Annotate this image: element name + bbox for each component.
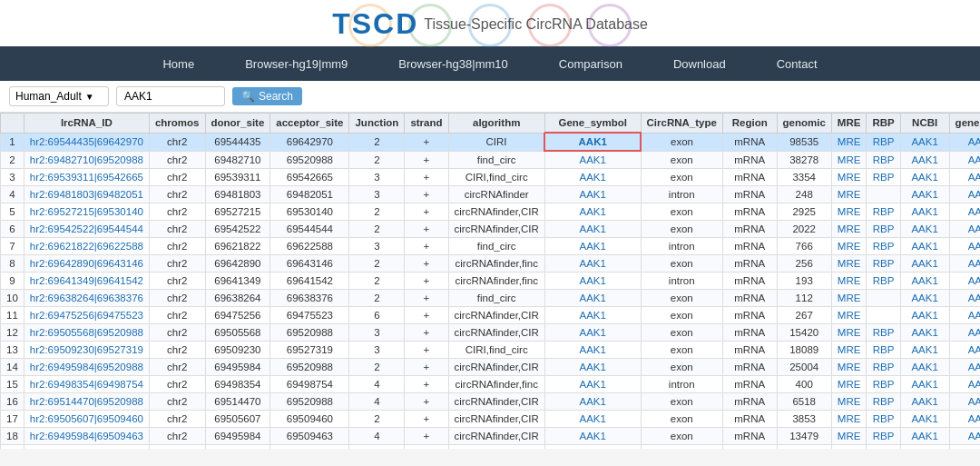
cell-rbp[interactable]: RBP <box>867 428 900 445</box>
cell-ncbi[interactable]: AAK1 <box>900 169 949 186</box>
cell-ncbi[interactable]: AAK1 <box>900 428 949 445</box>
cell-gene_symbol[interactable]: AAK1 <box>544 376 641 393</box>
cell-lrcrna_id[interactable]: hr2:69458068|69459526 <box>24 445 149 450</box>
cell-gene_symbol[interactable]: AAK1 <box>544 393 641 411</box>
cell-lrcrna_id[interactable]: hr2:69621822|69622588 <box>24 238 149 255</box>
cell-mre[interactable]: MRE <box>831 324 867 342</box>
cell-genecards[interactable]: AAK1 <box>949 290 980 307</box>
cell-mre[interactable]: MRE <box>831 169 867 186</box>
nav-browser-hg38[interactable]: Browser-hg38|mm10 <box>373 46 533 81</box>
cell-lrcrna_id[interactable]: hr2:69505607|69509460 <box>24 411 149 428</box>
cell-rbp[interactable]: RBP <box>867 445 900 450</box>
cell-gene_symbol[interactable]: AAK1 <box>544 428 641 445</box>
cell-lrcrna_id[interactable]: hr2:69495984|69509463 <box>24 428 149 445</box>
cell-lrcrna_id[interactable]: hr2:69642890|69643146 <box>24 255 149 273</box>
cell-mre[interactable]: MRE <box>831 273 867 290</box>
cell-ncbi[interactable]: AAK1 <box>900 203 949 221</box>
cell-genecards[interactable]: AAK1 <box>949 445 980 450</box>
cell-lrcrna_id[interactable]: hr2:69638264|69638376 <box>24 290 149 307</box>
cell-genecards[interactable]: AAK1 <box>949 393 980 411</box>
cell-lrcrna_id[interactable]: hr2:69527215|69530140 <box>24 203 149 221</box>
cell-mre[interactable]: MRE <box>831 359 867 376</box>
cell-gene_symbol[interactable]: AAK1 <box>544 221 641 238</box>
cell-lrcrna_id[interactable]: hr2:69475256|69475523 <box>24 307 149 324</box>
nav-comparison[interactable]: Comparison <box>534 46 648 81</box>
cell-mre[interactable]: MRE <box>831 411 867 428</box>
cell-ncbi[interactable]: AAK1 <box>900 151 949 169</box>
cell-rbp[interactable]: RBP <box>867 133 900 151</box>
cell-lrcrna_id[interactable]: hr2:69641349|69641542 <box>24 273 149 290</box>
cell-mre[interactable]: MRE <box>831 428 867 445</box>
cell-rbp[interactable]: RBP <box>867 359 900 376</box>
cell-genecards[interactable]: AAK1 <box>949 238 980 255</box>
cell-ncbi[interactable]: AAK1 <box>900 238 949 255</box>
cell-mre[interactable]: MRE <box>831 255 867 273</box>
cell-genecards[interactable]: AAK1 <box>949 342 980 359</box>
cell-gene_symbol[interactable]: AAK1 <box>544 342 641 359</box>
cell-rbp[interactable]: RBP <box>867 221 900 238</box>
nav-download[interactable]: Download <box>648 46 751 81</box>
cell-rbp[interactable]: RBP <box>867 324 900 342</box>
cell-gene_symbol[interactable]: AAK1 <box>544 133 641 151</box>
cell-rbp[interactable]: RBP <box>867 273 900 290</box>
cell-gene_symbol[interactable]: AAK1 <box>544 273 641 290</box>
cell-lrcrna_id[interactable]: hr2:69514470|69520988 <box>24 393 149 411</box>
cell-mre[interactable]: MRE <box>831 307 867 324</box>
cell-gene_symbol[interactable]: AAK1 <box>544 151 641 169</box>
search-button[interactable]: 🔍 Search <box>232 87 302 105</box>
cell-gene_symbol[interactable]: AAK1 <box>544 238 641 255</box>
cell-lrcrna_id[interactable]: hr2:69481803|69482051 <box>24 186 149 203</box>
cell-rbp[interactable] <box>867 290 900 307</box>
cell-genecards[interactable]: AAK1 <box>949 203 980 221</box>
cell-lrcrna_id[interactable]: hr2:69505568|69520988 <box>24 324 149 342</box>
cell-genecards[interactable]: AAK1 <box>949 221 980 238</box>
cell-ncbi[interactable]: AAK1 <box>900 255 949 273</box>
cell-ncbi[interactable]: AAK1 <box>900 359 949 376</box>
cell-gene_symbol[interactable]: AAK1 <box>544 186 641 203</box>
cell-genecards[interactable]: AAK1 <box>949 411 980 428</box>
cell-ncbi[interactable]: AAK1 <box>900 273 949 290</box>
cell-mre[interactable]: MRE <box>831 445 867 450</box>
cell-mre[interactable]: MRE <box>831 186 867 203</box>
cell-lrcrna_id[interactable]: hr2:69482710|69520988 <box>24 151 149 169</box>
organism-dropdown[interactable]: Human_Adult ▼ <box>9 86 109 106</box>
cell-genecards[interactable]: AAK1 <box>949 376 980 393</box>
cell-genecards[interactable]: AAK1 <box>949 186 980 203</box>
cell-ncbi[interactable]: AAK1 <box>900 186 949 203</box>
cell-genecards[interactable]: AAK1 <box>949 151 980 169</box>
cell-rbp[interactable]: RBP <box>867 411 900 428</box>
cell-ncbi[interactable]: AAK1 <box>900 376 949 393</box>
cell-ncbi[interactable]: AAK1 <box>900 133 949 151</box>
cell-lrcrna_id[interactable]: hr2:69509230|69527319 <box>24 342 149 359</box>
cell-mre[interactable]: MRE <box>831 221 867 238</box>
cell-lrcrna_id[interactable]: hr2:69498354|69498754 <box>24 376 149 393</box>
cell-gene_symbol[interactable]: AAK1 <box>544 255 641 273</box>
cell-gene_symbol[interactable]: AAK1 <box>544 203 641 221</box>
cell-lrcrna_id[interactable]: hr2:69542522|69544544 <box>24 221 149 238</box>
cell-genecards[interactable]: AAK1 <box>949 255 980 273</box>
nav-home[interactable]: Home <box>137 46 220 81</box>
cell-rbp[interactable]: RBP <box>867 342 900 359</box>
cell-genecards[interactable]: AAK1 <box>949 428 980 445</box>
cell-gene_symbol[interactable]: AAK1 <box>544 169 641 186</box>
cell-ncbi[interactable]: AAK1 <box>900 324 949 342</box>
cell-rbp[interactable]: RBP <box>867 203 900 221</box>
cell-mre[interactable]: MRE <box>831 151 867 169</box>
cell-genecards[interactable]: AAK1 <box>949 273 980 290</box>
cell-rbp[interactable]: RBP <box>867 376 900 393</box>
cell-ncbi[interactable]: AAK1 <box>900 393 949 411</box>
cell-mre[interactable]: MRE <box>831 203 867 221</box>
cell-genecards[interactable]: AAK1 <box>949 133 980 151</box>
cell-mre[interactable]: MRE <box>831 290 867 307</box>
cell-gene_symbol[interactable]: AAK1 <box>544 324 641 342</box>
cell-mre[interactable]: MRE <box>831 342 867 359</box>
cell-genecards[interactable]: AAK1 <box>949 169 980 186</box>
cell-genecards[interactable]: AAK1 <box>949 359 980 376</box>
cell-lrcrna_id[interactable]: hr2:69544435|69642970 <box>24 133 149 151</box>
cell-rbp[interactable]: RBP <box>867 169 900 186</box>
cell-rbp[interactable]: RBP <box>867 255 900 273</box>
cell-ncbi[interactable]: AAK1 <box>900 290 949 307</box>
cell-mre[interactable]: MRE <box>831 393 867 411</box>
gene-search-input[interactable] <box>116 86 225 106</box>
cell-mre[interactable]: MRE <box>831 133 867 151</box>
